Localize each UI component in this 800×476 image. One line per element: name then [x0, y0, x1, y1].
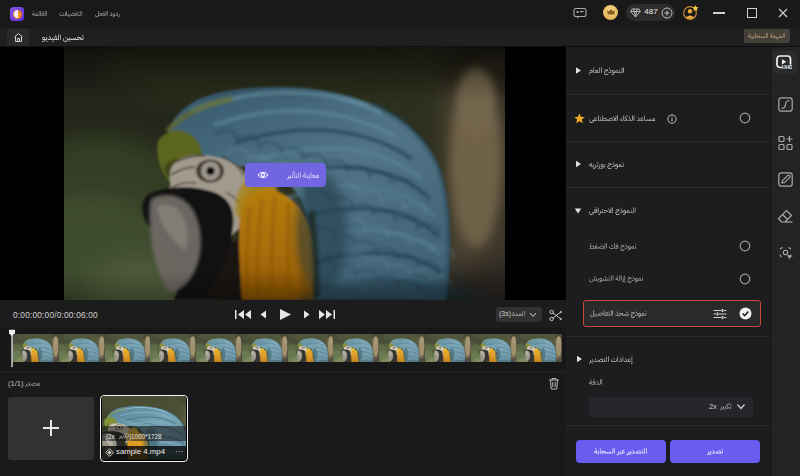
svg-text:UHD: UHD — [782, 64, 792, 70]
